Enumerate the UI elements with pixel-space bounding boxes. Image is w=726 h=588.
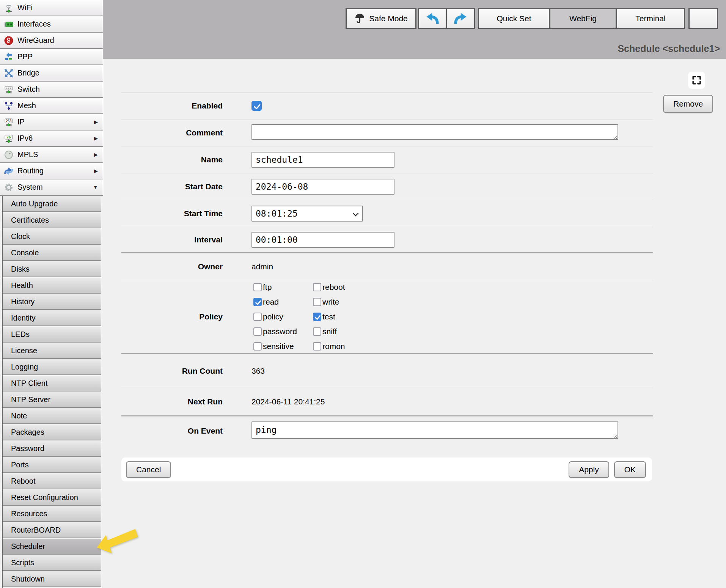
safe-mode-button[interactable]: Safe Mode <box>346 8 416 29</box>
policy-option-sniff: sniff <box>313 324 345 339</box>
sidebar-item-routerboard[interactable]: RouterBOARD <box>3 522 101 538</box>
sidebar-item-logging[interactable]: Logging <box>3 359 101 375</box>
tab-webfig[interactable]: WebFig <box>549 8 617 29</box>
sidebar-item-label: WireGuard <box>17 36 54 45</box>
run-count-value: 363 <box>251 366 265 376</box>
on-event-label: On Event <box>121 426 223 435</box>
policy-checkbox-sniff[interactable] <box>313 327 321 336</box>
sidebar-item-label: NTP Client <box>11 379 47 388</box>
chevron-expanded-icon: ▼ <box>93 184 98 190</box>
sidebar-item-ports[interactable]: Ports <box>3 457 101 473</box>
sidebar-item-system[interactable]: System▼ <box>0 179 103 196</box>
remove-button[interactable]: Remove <box>663 95 713 113</box>
sidebar-item-reboot[interactable]: Reboot <box>3 473 101 489</box>
sidebar-item-bridge[interactable]: Bridge <box>0 65 103 82</box>
policy-checkbox-write[interactable] <box>313 298 321 306</box>
policy-checkbox-test[interactable] <box>313 313 321 321</box>
cancel-button[interactable]: Cancel <box>126 461 171 478</box>
ppp-icon <box>4 52 14 62</box>
action-bar: Cancel Apply OK <box>121 458 652 481</box>
sidebar-item-label: Routing <box>17 167 44 175</box>
tab-quick-set[interactable]: Quick Set <box>478 8 550 29</box>
sidebar-item-password[interactable]: Password <box>3 440 101 457</box>
fullscreen-icon[interactable] <box>688 72 705 89</box>
name-input[interactable] <box>251 152 394 168</box>
sidebar-item-reset-configuration[interactable]: Reset Configuration <box>3 489 101 506</box>
svg-text:v6: v6 <box>7 135 11 139</box>
policy-checkbox-sensitive[interactable] <box>253 342 262 351</box>
sidebar-item-wireguard[interactable]: WireGuard <box>0 33 103 49</box>
policy-option-label: sensitive <box>263 342 294 351</box>
sidebar-item-mesh[interactable]: Mesh <box>0 98 103 114</box>
policy-checkbox-romon[interactable] <box>313 342 321 351</box>
sidebar-item-resources[interactable]: Resources <box>3 506 101 522</box>
policy-option-write: write <box>313 295 345 310</box>
on-event-input[interactable]: ping <box>251 421 618 439</box>
policy-checkbox-ftp[interactable] <box>253 283 262 291</box>
sidebar-item-health[interactable]: Health <box>3 277 101 294</box>
enabled-checkbox[interactable] <box>251 101 262 111</box>
policy-checkbox-read[interactable] <box>253 298 262 306</box>
sidebar-item-label: MPLS <box>17 150 38 159</box>
policy-checkbox-password[interactable] <box>253 327 262 336</box>
sidebar-item-note[interactable]: Note <box>3 408 101 424</box>
redo-button[interactable] <box>446 8 475 29</box>
apply-button[interactable]: Apply <box>569 461 609 478</box>
start-date-input[interactable] <box>251 179 394 195</box>
sidebar-item-label: Scripts <box>11 558 34 567</box>
sidebar-item-shutdown[interactable]: Shutdown <box>3 571 101 587</box>
sidebar-item-label: Console <box>11 248 39 257</box>
sidebar-item-license[interactable]: License <box>3 343 101 359</box>
sidebar-item-auto-upgrade[interactable]: Auto Upgrade <box>3 196 101 212</box>
policy-option-ftp: ftp <box>253 280 313 295</box>
page-title: Schedule <schedule1> <box>618 43 720 54</box>
sidebar-item-label: Shutdown <box>11 575 45 583</box>
ipv6-icon: v6 <box>4 134 14 143</box>
sidebar-item-certificates[interactable]: Certificates <box>3 212 101 228</box>
sidebar-item-switch[interactable]: Switch <box>0 82 103 98</box>
sidebar-item-label: RouterBOARD <box>11 526 61 535</box>
sidebar-item-history[interactable]: History <box>3 294 101 310</box>
sidebar-item-console[interactable]: Console <box>3 245 101 261</box>
sidebar-item-ipv6[interactable]: v6IPv6▶ <box>0 130 103 147</box>
sidebar-item-scripts[interactable]: Scripts <box>3 555 101 571</box>
start-time-select[interactable]: 08:01:25 <box>251 206 363 222</box>
sidebar: WiFiInterfacesWireGuardPPPBridgeSwitchMe… <box>0 0 103 588</box>
sidebar-item-label: Interfaces <box>17 20 51 28</box>
sidebar-item-identity[interactable]: Identity <box>3 310 101 326</box>
sidebar-item-mpls[interactable]: MPLS▶ <box>0 147 103 163</box>
policy-checkbox-reboot[interactable] <box>313 283 321 291</box>
sidebar-item-routing[interactable]: Routing▶ <box>0 163 103 179</box>
comment-input[interactable] <box>251 124 618 140</box>
sidebar-item-scheduler[interactable]: Scheduler <box>3 538 101 555</box>
sidebar-item-interfaces[interactable]: Interfaces <box>0 16 103 33</box>
policy-option-test: test <box>313 310 345 324</box>
policy-option-label: read <box>263 297 279 307</box>
sidebar-item-ntp-client[interactable]: NTP Client <box>3 375 101 391</box>
sidebar-item-label: History <box>11 297 35 306</box>
system-icon <box>4 182 14 192</box>
sidebar-item-ntp-server[interactable]: NTP Server <box>3 391 101 408</box>
sidebar-item-packages[interactable]: Packages <box>3 424 101 440</box>
sidebar-item-wifi[interactable]: WiFi <box>0 0 103 16</box>
sidebar-item-ip[interactable]: 255IP▶ <box>0 114 103 130</box>
policy-option-romon: romon <box>313 339 345 354</box>
enabled-label: Enabled <box>121 101 223 110</box>
sidebar-item-leds[interactable]: LEDs <box>3 326 101 343</box>
sidebar-item-clock[interactable]: Clock <box>3 228 101 245</box>
sidebar-item-label: Disks <box>11 265 30 274</box>
policy-checkbox-policy[interactable] <box>253 313 262 321</box>
undo-button[interactable] <box>418 8 447 29</box>
interval-row: Interval <box>121 227 653 252</box>
menu-button[interactable] <box>688 8 718 29</box>
tab-terminal[interactable]: Terminal <box>616 8 685 29</box>
policy-label: Policy <box>121 312 223 321</box>
policy-option-label: romon <box>322 342 345 351</box>
ok-button[interactable]: OK <box>614 461 646 478</box>
interfaces-icon <box>4 19 14 29</box>
interval-input[interactable] <box>251 232 394 248</box>
sidebar-item-disks[interactable]: Disks <box>3 261 101 277</box>
quick-set-label: Quick Set <box>497 14 531 23</box>
mesh-icon <box>4 101 14 111</box>
sidebar-item-ppp[interactable]: PPP <box>0 49 103 65</box>
